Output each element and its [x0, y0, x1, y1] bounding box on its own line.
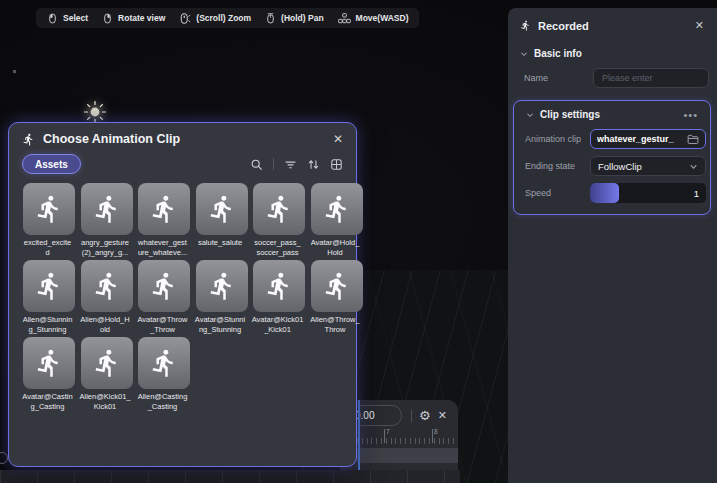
clip-item[interactable]: soccer_pass_ soccer_pass	[253, 183, 305, 257]
clip-item[interactable]: Alien@Kick01_ Kick01	[81, 337, 133, 411]
clip-thumbnail[interactable]	[138, 337, 190, 389]
clip-thumbnail[interactable]	[138, 183, 190, 235]
tool-rotate-view[interactable]: Rotate view	[102, 12, 165, 25]
tool-scroll-zoom[interactable]: (Scroll) Zoom	[179, 12, 251, 25]
clip-item[interactable]: salute_salute	[196, 183, 248, 257]
modal-close-icon[interactable]: ✕	[333, 132, 343, 146]
clip-label-line1: Alien@Hold_H	[76, 315, 134, 325]
speed-label: Speed	[525, 188, 590, 198]
clip-thumbnail[interactable]	[311, 260, 363, 312]
clip-label-line2: _Casting	[134, 402, 192, 412]
clip-thumbnail[interactable]	[23, 337, 75, 389]
clip-label-line1: Avatar@Castin	[19, 392, 77, 402]
clip-label-line1: Alien@Stunnin	[19, 315, 77, 325]
clip-grid: excited_excite d angry_gesture (2)_angry…	[9, 181, 356, 411]
clip-item[interactable]: Alien@Stunnin g_Stunning	[23, 260, 75, 334]
clip-label-line1: Alien@Throw_	[306, 315, 364, 325]
mouse-left-icon	[47, 12, 58, 25]
ending-state-select[interactable]: FollowClip	[590, 156, 706, 176]
clip-item[interactable]: Alien@Throw_ Throw	[311, 260, 363, 334]
timeline-playhead[interactable]	[358, 400, 360, 470]
clip-item[interactable]: Alien@Hold_H old	[81, 260, 133, 334]
running-person-icon	[149, 271, 179, 301]
assets-tab[interactable]: Assets	[22, 154, 81, 174]
tool-move-wasd[interactable]: Move(WASD)	[338, 12, 409, 25]
assets-tab-label: Assets	[35, 159, 68, 170]
timeline-ruler-ticks[interactable]	[357, 438, 458, 444]
clip-label-line2: (2)_angry_g...	[76, 248, 134, 258]
clip-thumbnail[interactable]	[138, 260, 190, 312]
timeline-close-icon[interactable]: ✕	[438, 410, 447, 421]
clip-label: Alien@Stunnin g_Stunning	[19, 315, 77, 334]
clip-item[interactable]: angry_gesture (2)_angry_g...	[81, 183, 133, 257]
tool-select[interactable]: Select	[47, 12, 88, 25]
clip-label-line2: old	[76, 325, 134, 335]
modal-toolbar-icons	[250, 158, 343, 171]
clip-thumbnail[interactable]	[311, 183, 363, 235]
clip-label-line2: Hold	[306, 248, 364, 258]
name-field-row: Name	[508, 61, 717, 88]
clip-thumbnail[interactable]	[253, 260, 305, 312]
clip-label-line1: salute_salute	[191, 238, 249, 248]
filter-icon[interactable]	[284, 158, 297, 171]
animation-clip-input[interactable]	[590, 129, 706, 149]
point-light-gizmo[interactable]	[83, 100, 107, 124]
clip-label: Avatar@Stunni ng_Stunning	[191, 315, 249, 334]
clip-label: excited_excite d	[19, 238, 77, 257]
running-person-icon	[22, 133, 35, 146]
clip-item[interactable]: Avatar@Hold_ Hold	[311, 183, 363, 257]
clip-thumbnail[interactable]	[196, 183, 248, 235]
folder-icon[interactable]	[687, 134, 699, 145]
clip-item[interactable]: Avatar@Castin g_Casting	[23, 337, 75, 411]
name-input[interactable]	[593, 68, 709, 88]
animation-clip-value[interactable]	[597, 134, 683, 144]
modal-header: Choose Animation Clip ✕	[9, 123, 356, 149]
clip-thumbnail[interactable]	[81, 337, 133, 389]
clip-thumbnail[interactable]	[81, 260, 133, 312]
grid-view-icon[interactable]	[330, 158, 343, 171]
clip-thumbnail[interactable]	[253, 183, 305, 235]
chevron-down-icon	[526, 111, 534, 119]
tool-hold-pan[interactable]: (Hold) Pan	[265, 12, 324, 25]
clip-thumbnail[interactable]	[23, 183, 75, 235]
clip-item[interactable]: excited_excite d	[23, 183, 75, 257]
search-icon[interactable]	[250, 158, 263, 171]
speed-value: 1	[694, 188, 699, 199]
clip-thumbnail[interactable]	[196, 260, 248, 312]
speed-slider-fill[interactable]	[590, 183, 619, 203]
gear-icon[interactable]: ⚙	[419, 409, 431, 422]
clip-settings-title: Clip settings	[540, 109, 600, 120]
timeline-track[interactable]	[357, 448, 458, 463]
sort-icon[interactable]	[307, 158, 320, 171]
basic-info-title: Basic info	[534, 48, 582, 59]
speed-row: Speed 1	[514, 176, 710, 203]
clip-label: Avatar@Throw _Throw	[134, 315, 192, 334]
clip-item[interactable]: Alien@Casting _Casting	[138, 337, 190, 411]
viewport-toolbar: Select Rotate view (Scroll) Zoom (Hold	[36, 8, 419, 28]
clip-item[interactable]: Avatar@Stunni ng_Stunning	[196, 260, 248, 334]
ending-state-value: FollowClip	[598, 161, 689, 172]
clip-settings-section-header[interactable]: Clip settings •••	[514, 101, 710, 122]
viewport-edge-gizmo	[0, 452, 8, 464]
modal-toolbar: Assets	[9, 149, 356, 181]
animation-clip-row: Animation clip	[514, 122, 710, 149]
clip-item[interactable]: whatever_gest ure_whateve...	[138, 183, 190, 257]
inspector-close-icon[interactable]: ✕	[695, 19, 704, 32]
clip-label-line1: Avatar@Kick01	[249, 315, 307, 325]
clip-label: soccer_pass_ soccer_pass	[249, 238, 307, 257]
clip-thumbnail[interactable]	[23, 260, 75, 312]
chevron-down-icon	[689, 162, 698, 171]
clip-item[interactable]: Avatar@Throw _Throw	[138, 260, 190, 334]
mouse-hold-icon	[265, 12, 276, 25]
ending-state-label: Ending state	[525, 161, 590, 171]
clip-thumbnail[interactable]	[81, 183, 133, 235]
animation-clip-label: Animation clip	[525, 134, 590, 144]
toolbar-separator	[273, 158, 274, 170]
basic-info-section-header[interactable]: Basic info	[508, 38, 717, 61]
clip-label: Alien@Casting _Casting	[134, 392, 192, 411]
mouse-scroll-icon	[179, 12, 191, 25]
clip-item[interactable]: Avatar@Kick01 _Kick01	[253, 260, 305, 334]
running-person-icon	[264, 271, 294, 301]
running-person-icon	[207, 194, 237, 224]
speed-slider[interactable]: 1	[590, 183, 706, 203]
